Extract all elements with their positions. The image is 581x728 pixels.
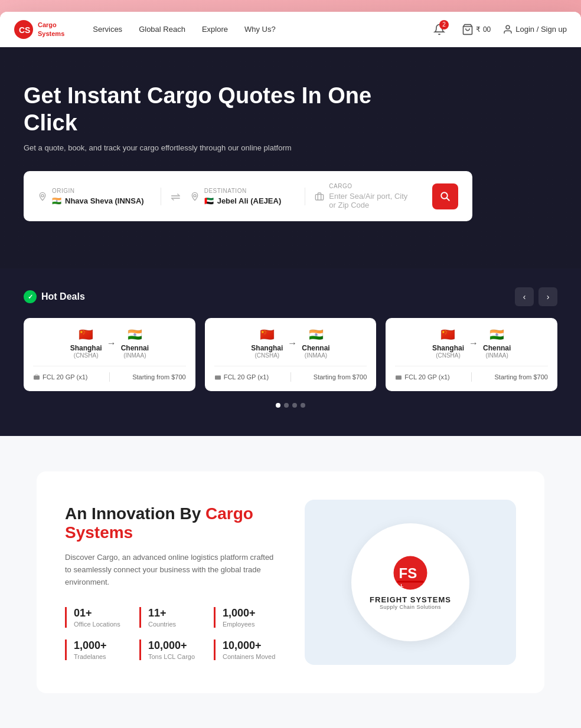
svg-point-3 [506,25,510,29]
carousel-dots [24,403,557,408]
svg-rect-7 [34,376,40,380]
deal-details: FCL 20 GP (x1) Starting from $700 [214,366,367,382]
deal-destination: 🇮🇳 Chennai (INMAA) [483,327,511,359]
prev-arrow[interactable]: ‹ [515,287,534,306]
deal-card[interactable]: 🇨🇳 Shanghai (CNSHA) → 🇮🇳 Chennai (INMAA) [205,318,377,391]
deal-price: Starting from $700 [476,373,548,381]
stat-tons: 10,000+ Tons LCL Cargo [139,640,202,660]
stat-employees: 1,000+ Employees [214,607,276,628]
deal-origin: 🇨🇳 Shanghai (CNSHA) [432,327,464,359]
dot-4[interactable] [301,403,305,408]
deal-origin: 🇨🇳 Shanghai (CNSHA) [70,327,102,359]
logo[interactable]: CS Cargo Systems [14,20,64,39]
nav-global-reach[interactable]: Global Reach [139,25,185,34]
stat-countries: 11+ Countries [139,607,202,628]
origin-value: 🇮🇳 Nhava Sheva (INNSA) [52,196,144,205]
dot-1[interactable] [276,403,280,408]
innovation-desc: Discover Cargo, an advanced online logis… [65,552,276,588]
deal-details: FCL 20 GP (x1) Starting from $700 [395,366,548,382]
deal-card[interactable]: 🇨🇳 Shanghai (CNSHA) → 🇮🇳 Chennai (INMAA) [24,318,195,391]
deal-type: FCL 20 GP (x1) [395,373,466,381]
stat-containers: 10,000+ Containers Moved [214,640,276,660]
cart-currency: ₹ [476,25,481,34]
svg-text:CS: CS [19,25,30,35]
freight-logo-box: FS L FREIGHT SYSTEMS Supply Chain Soluti… [305,500,516,665]
hot-deals-icon: ✓ [24,290,37,303]
hero-section: Get Instant Cargo Quotes In One Click Ge… [0,47,581,268]
cargo-field[interactable]: Cargo Enter Sea/Air port, City or Zip Co… [329,183,423,209]
deal-card[interactable]: 🇨🇳 Shanghai (CNSHA) → 🇮🇳 Chennai (INMAA) [386,318,557,391]
cart-value: 00 [483,25,491,34]
deal-origin: 🇨🇳 Shanghai (CNSHA) [251,327,283,359]
carousel-arrows: ‹ › [515,287,557,306]
hot-deals-header: ✓ Hot Deals ‹ › [24,287,557,306]
svg-point-4 [41,194,44,196]
svg-text:FS: FS [399,565,417,581]
freight-logo: FS L FREIGHT SYSTEMS Supply Chain Soluti… [351,523,469,641]
deal-route: 🇨🇳 Shanghai (CNSHA) → 🇮🇳 Chennai (INMAA) [395,327,548,359]
deal-destination: 🇮🇳 Chennai (INMAA) [302,327,329,359]
deal-type: FCL 20 GP (x1) [214,373,286,381]
dot-3[interactable] [292,403,297,408]
deal-arrow-icon: → [107,338,116,349]
deal-arrow-icon: → [288,338,297,349]
innovation-inner: An Innovation By Cargo Systems Discover … [37,471,544,693]
stats-grid-top: 01+ Office Locations 11+ Countries 1,000… [65,607,276,628]
origin-field[interactable]: Origin 🇮🇳 Nhava Sheva (INNSA) [52,188,154,205]
next-arrow[interactable]: › [538,287,557,306]
deal-arrow-icon: → [469,338,478,349]
svg-rect-9 [396,376,402,380]
innovation-section: An Innovation By Cargo Systems Discover … [0,436,581,728]
hero-title: Get Instant Cargo Quotes In One Click [24,83,378,136]
hot-deals-title: ✓ Hot Deals [24,290,85,303]
deal-price: Starting from $700 [296,373,367,381]
destination-value: 🇦🇪 Jebel Ali (AEJEA) [204,196,289,205]
cargo-placeholder: Enter Sea/Air port, City or Zip Code [329,192,413,209]
cart-button[interactable]: ₹00 [462,24,491,35]
route-arrow: ⇌ [161,189,190,204]
search-box: Origin 🇮🇳 Nhava Sheva (INNSA) ⇌ [24,171,472,221]
nav-right: 2 ₹00 Login / Sign up [433,24,567,35]
deal-price: Starting from $700 [115,373,186,381]
notification-bell[interactable]: 2 [433,24,445,35]
freight-logo-text: FREIGHT SYSTEMS Supply Chain Solutions [370,595,451,610]
search-button[interactable] [432,183,458,209]
navbar: CS Cargo Systems Services Global Reach E… [0,12,581,47]
deal-details: FCL 20 GP (x1) Starting from $700 [33,366,186,382]
nav-services[interactable]: Services [93,25,122,34]
login-button[interactable]: Login / Sign up [502,24,567,35]
stats-grid-bottom: 1,000+ Tradelanes 10,000+ Tons LCL Cargo… [65,640,276,660]
svg-point-5 [194,194,196,196]
nav-links: Services Global Reach Explore Why Us? [93,25,414,34]
hero-subtitle: Get a quote, book, and track your cargo … [24,143,557,152]
nav-why-us[interactable]: Why Us? [244,25,276,34]
svg-rect-8 [215,376,221,380]
deal-destination: 🇮🇳 Chennai (INMAA) [121,327,149,359]
deal-route: 🇨🇳 Shanghai (CNSHA) → 🇮🇳 Chennai (INMAA) [214,327,367,359]
svg-rect-12 [397,581,424,582]
nav-explore[interactable]: Explore [202,25,228,34]
svg-rect-6 [316,194,324,199]
innovation-title: An Innovation By Cargo Systems [65,504,276,542]
deal-route: 🇨🇳 Shanghai (CNSHA) → 🇮🇳 Chennai (INMAA) [33,327,186,359]
svg-text:L: L [401,583,404,588]
deals-grid: 🇨🇳 Shanghai (CNSHA) → 🇮🇳 Chennai (INMAA) [24,318,557,391]
dot-2[interactable] [284,403,289,408]
stat-tradelanes: 1,000+ Tradelanes [65,640,128,660]
deal-type: FCL 20 GP (x1) [33,373,105,381]
destination-field[interactable]: Destination 🇦🇪 Jebel Ali (AEJEA) [204,188,298,205]
innovation-content: An Innovation By Cargo Systems Discover … [65,504,276,660]
notification-badge: 2 [439,20,449,29]
stat-office: 01+ Office Locations [65,607,128,628]
hot-deals-section: ✓ Hot Deals ‹ › 🇨🇳 Shanghai (CNSHA) [0,268,581,436]
brand-name: Cargo Systems [38,21,64,38]
